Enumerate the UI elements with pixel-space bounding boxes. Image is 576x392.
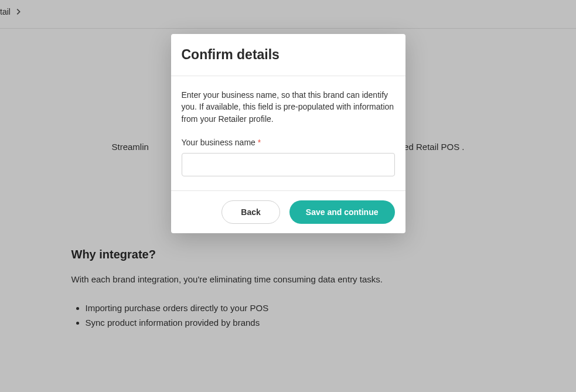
- modal-footer: Back Save and continue: [171, 190, 405, 233]
- modal-header: Confirm details: [171, 34, 405, 76]
- confirm-details-modal: Confirm details Enter your business name…: [171, 34, 405, 233]
- modal-overlay[interactable]: Confirm details Enter your business name…: [0, 0, 576, 392]
- modal-body: Enter your business name, so that this b…: [171, 76, 405, 190]
- back-button[interactable]: Back: [221, 200, 280, 224]
- required-asterisk: *: [258, 138, 261, 147]
- save-continue-button[interactable]: Save and continue: [289, 200, 395, 224]
- business-name-input[interactable]: [182, 153, 395, 176]
- modal-description: Enter your business name, so that this b…: [182, 89, 395, 125]
- modal-title: Confirm details: [182, 47, 395, 63]
- business-name-label: Your business name *: [182, 138, 395, 147]
